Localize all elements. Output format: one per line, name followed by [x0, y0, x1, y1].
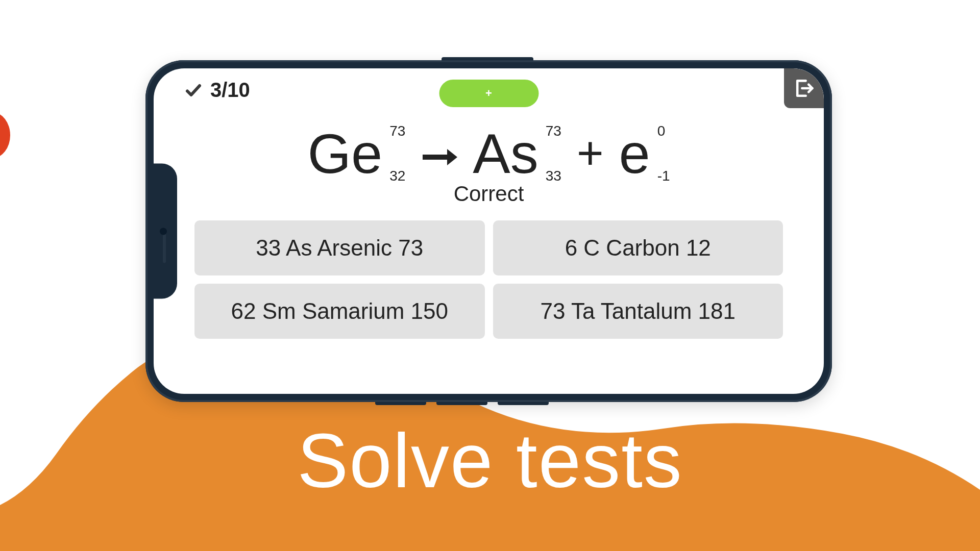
mass-atomic-numbers: 73 33: [546, 123, 561, 184]
phone-side-button: [442, 57, 533, 60]
mass-atomic-numbers: 73 32: [389, 123, 405, 184]
plus-sign: +: [577, 127, 604, 180]
mass-number: 73: [389, 123, 405, 139]
quiz-top-bar: 3/10 +: [154, 68, 824, 102]
exit-icon: [793, 77, 815, 99]
answer-grid: 33 As Arsenic 73 6 C Carbon 12 62 Sm Sam…: [154, 206, 824, 339]
nuclide-left: Ge 73 32: [307, 121, 405, 186]
answer-option[interactable]: 33 As Arsenic 73: [194, 220, 485, 276]
nuclide-right: e 0 -1: [619, 121, 670, 186]
element-symbol: As: [473, 121, 538, 186]
exit-button[interactable]: [784, 68, 824, 108]
atomic-number: 33: [546, 168, 561, 184]
headline-text: Solve tests: [0, 417, 980, 505]
mass-atomic-numbers: 0 -1: [657, 123, 670, 184]
phone-side-button: [375, 402, 426, 405]
phone-notch: [154, 164, 177, 299]
nuclide-middle: As 73 33: [473, 121, 561, 186]
arrow-icon: [421, 130, 457, 177]
answer-option[interactable]: 62 Sm Samarium 150: [194, 284, 485, 339]
phone-side-button: [498, 402, 549, 405]
nuclear-equation: Ge 73 32 As 73 33 + e 0: [154, 121, 824, 186]
mass-number: 0: [657, 123, 670, 139]
mass-number: 73: [546, 123, 561, 139]
answer-option[interactable]: 6 C Carbon 12: [493, 220, 783, 276]
phone-mockup-frame: 3/10 + Ge 73 32: [145, 60, 832, 402]
element-symbol: Ge: [307, 121, 382, 186]
phone-side-button: [436, 402, 487, 405]
atomic-number: -1: [657, 168, 670, 184]
phone-screen: 3/10 + Ge 73 32: [154, 68, 824, 394]
atomic-number: 32: [389, 168, 405, 184]
decorative-red-shape: [0, 112, 10, 158]
status-label: Correct: [154, 182, 824, 206]
answer-option[interactable]: 73 Ta Tantalum 181: [493, 284, 783, 339]
plus-icon: +: [485, 87, 492, 100]
checkmark-icon: [184, 81, 203, 99]
element-symbol: e: [619, 121, 650, 186]
plus-pill-button[interactable]: +: [439, 80, 538, 107]
svg-marker-1: [447, 149, 457, 165]
score-counter: 3/10: [210, 79, 250, 102]
